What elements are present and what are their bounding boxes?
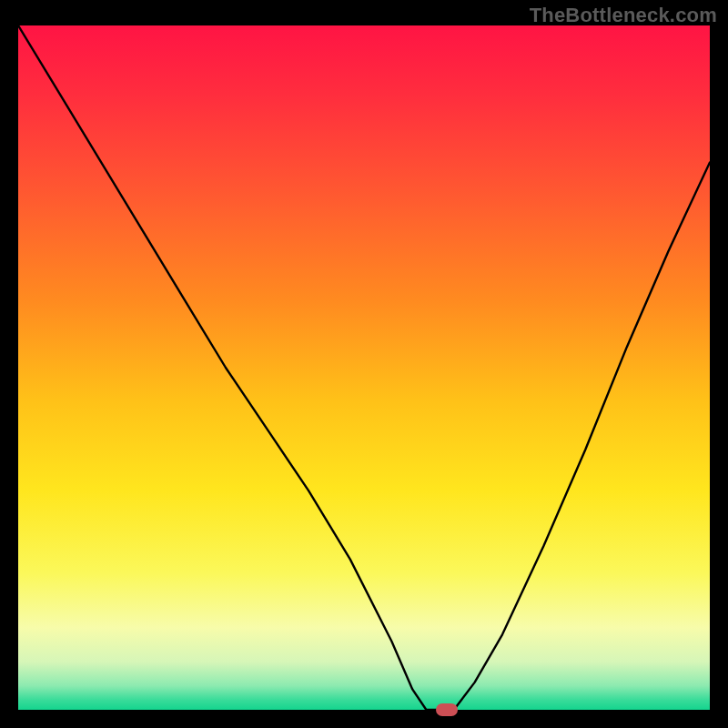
plot-svg xyxy=(18,25,710,710)
watermark-text: TheBottleneck.com xyxy=(530,4,717,27)
gradient-bg xyxy=(18,25,710,710)
chart-frame: TheBottleneck.com xyxy=(0,0,728,728)
plot-area xyxy=(18,25,710,710)
target-marker xyxy=(436,703,458,716)
